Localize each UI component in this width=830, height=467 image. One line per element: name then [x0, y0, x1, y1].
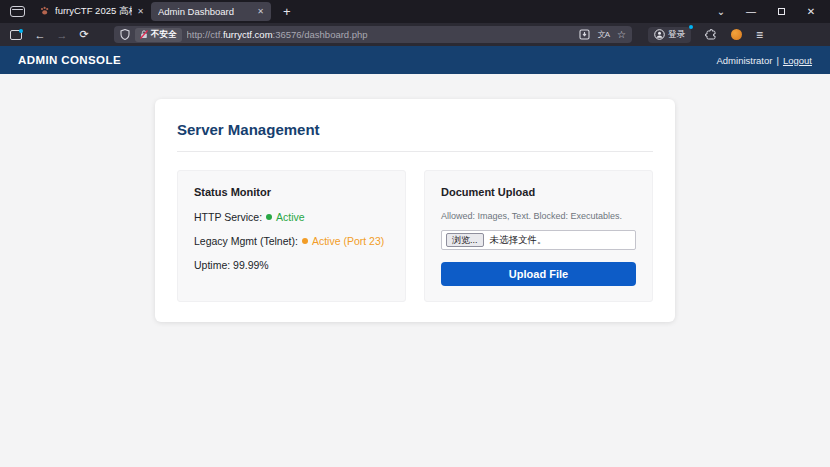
status-value: Active (Port 23) — [312, 235, 384, 247]
logout-link[interactable]: Logout — [783, 55, 812, 66]
url-bar[interactable]: 不安全 http://ctf.furryctf.com:36576/dashbo… — [114, 26, 632, 43]
new-tab-button[interactable]: + — [279, 4, 295, 19]
window-controls: ⌄ — ✕ — [706, 6, 826, 17]
security-label: 不安全 — [151, 29, 177, 41]
page-title: Server Management — [177, 121, 653, 138]
save-page-icon[interactable] — [579, 29, 590, 40]
paw-favicon-icon — [40, 6, 50, 18]
close-button[interactable]: ✕ — [796, 6, 826, 17]
tab-close-icon[interactable]: ✕ — [257, 7, 264, 16]
translate-icon[interactable]: 文A — [598, 29, 609, 40]
user-name: Administrator — [717, 55, 773, 66]
divider: | — [776, 55, 778, 66]
status-row-uptime: Uptime: 99.99% — [194, 259, 389, 271]
upload-file-button[interactable]: Upload File — [441, 262, 636, 286]
notification-dot — [689, 25, 693, 29]
reload-button[interactable]: ⟳ — [74, 28, 94, 41]
urlbar-action-icons: 文A ☆ — [579, 29, 626, 40]
status-value: Active — [276, 211, 305, 223]
status-row-http: HTTP Service: Active — [194, 211, 389, 223]
file-input[interactable]: 浏览... 未选择文件。 — [441, 230, 636, 250]
status-dot-green — [266, 214, 272, 220]
tab-title: Admin Dashboard — [158, 6, 252, 17]
firefox-view-icon[interactable] — [10, 6, 25, 17]
bookmark-star-icon[interactable]: ☆ — [617, 29, 626, 40]
document-upload-panel: Document Upload Allowed: Images, Text. B… — [424, 170, 653, 302]
tab-furryctf[interactable]: furryCTF 2025 高校联合新神影 ✕ — [33, 2, 151, 21]
status-panel-title: Status Monitor — [194, 186, 389, 198]
minimize-button[interactable]: — — [736, 6, 766, 17]
hamburger-menu-icon[interactable]: ≡ — [756, 28, 763, 42]
no-file-label: 未选择文件。 — [490, 234, 547, 247]
status-dot-orange — [302, 238, 308, 244]
admin-console-header: ADMIN CONSOLE Administrator | Logout — [0, 46, 830, 74]
tab-title: furryCTF 2025 高校联合新神影 — [55, 5, 132, 18]
account-login-chip[interactable]: 登录 — [648, 27, 691, 43]
title-divider — [177, 151, 653, 152]
sidebar-icon[interactable] — [10, 30, 22, 40]
browser-nav-toolbar: ← → ⟳ 不安全 http://ctf.furryctf.com:36576/… — [0, 23, 830, 46]
browse-button[interactable]: 浏览... — [446, 233, 484, 248]
url-text: http://ctf.furryctf.com:36576/dashboard.… — [187, 29, 574, 40]
brand-title: ADMIN CONSOLE — [18, 54, 121, 66]
forward-button[interactable]: → — [52, 29, 72, 41]
login-label: 登录 — [668, 29, 685, 41]
insecure-lock-icon — [140, 30, 148, 39]
upload-panel-title: Document Upload — [441, 186, 636, 198]
browser-tab-bar: furryCTF 2025 高校联合新神影 ✕ Admin Dashboard … — [0, 0, 830, 23]
page-background: Server Management Status Monitor HTTP Se… — [0, 99, 830, 467]
account-icon — [654, 29, 665, 40]
status-label: HTTP Service: — [194, 211, 262, 223]
security-chip[interactable]: 不安全 — [135, 28, 182, 42]
status-row-telnet: Legacy Mgmt (Telnet): Active (Port 23) — [194, 235, 389, 247]
user-area: Administrator | Logout — [717, 55, 813, 66]
status-label: Legacy Mgmt (Telnet): — [194, 235, 298, 247]
tab-admin-dashboard[interactable]: Admin Dashboard ✕ — [151, 2, 271, 21]
back-button[interactable]: ← — [30, 29, 50, 41]
panels-row: Status Monitor HTTP Service: Active Lega… — [177, 170, 653, 302]
extensions-puzzle-icon[interactable] — [705, 29, 717, 41]
tab-close-icon[interactable]: ✕ — [137, 7, 144, 16]
status-label: Uptime: 99.99% — [194, 259, 269, 271]
status-monitor-panel: Status Monitor HTTP Service: Active Lega… — [177, 170, 406, 302]
list-tabs-chevron-icon[interactable]: ⌄ — [706, 6, 736, 17]
restore-button[interactable] — [766, 6, 796, 17]
extension-orange-icon[interactable] — [731, 29, 742, 40]
server-management-card: Server Management Status Monitor HTTP Se… — [155, 99, 675, 322]
upload-hint: Allowed: Images, Text. Blocked: Executab… — [441, 211, 636, 221]
tracking-protection-shield-icon[interactable] — [120, 29, 130, 40]
notification-dot — [19, 29, 23, 33]
